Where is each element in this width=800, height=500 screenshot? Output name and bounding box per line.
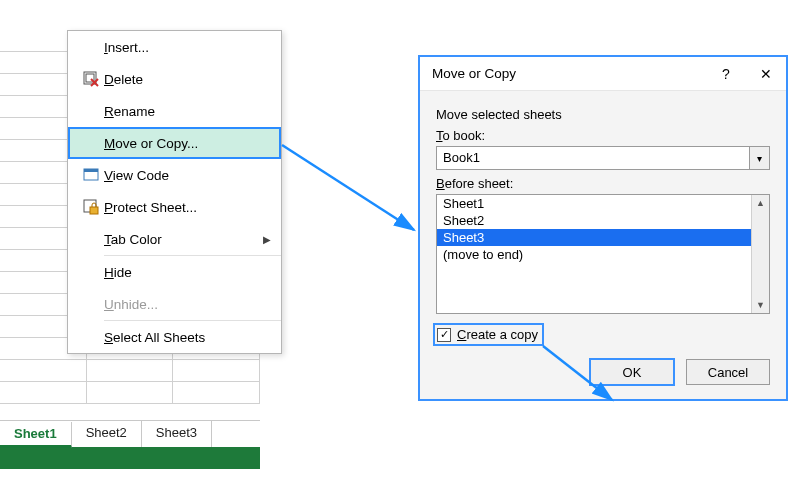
dialog-title: Move or Copy [432, 66, 706, 81]
menu-item-view-code[interactable]: View Code [68, 159, 281, 191]
menu-item-hide[interactable]: Hide [68, 256, 281, 288]
list-item[interactable]: Sheet3 [437, 229, 751, 246]
svg-line-8 [282, 145, 414, 230]
move-selected-label: Move selected sheets [436, 107, 770, 122]
move-or-copy-dialog: Move or Copy ? ✕ Move selected sheets To… [418, 55, 788, 401]
to-book-combo[interactable]: Book1 ▾ [436, 146, 770, 170]
cancel-button[interactable]: Cancel [686, 359, 770, 385]
sheet-tab-strip: Sheet1 Sheet2 Sheet3 [0, 420, 260, 469]
sheet-tab-context-menu: Insert... Delete Rename Move or Copy... … [67, 30, 282, 354]
menu-item-label: Tab Color [104, 232, 162, 247]
before-sheet-listbox[interactable]: Sheet1Sheet2Sheet3(move to end) ▲ ▼ [436, 194, 770, 314]
close-button[interactable]: ✕ [746, 57, 786, 91]
create-a-copy-label: Create a copy [457, 327, 538, 342]
menu-item-tab-color[interactable]: Tab Color ▶ [68, 223, 281, 255]
list-item[interactable]: Sheet2 [437, 212, 751, 229]
sheet-tab-3[interactable]: Sheet3 [142, 421, 212, 447]
list-item[interactable]: (move to end) [437, 246, 751, 263]
help-button[interactable]: ? [706, 57, 746, 91]
sheet-tab-1[interactable]: Sheet1 [0, 422, 72, 448]
menu-item-label: View Code [104, 168, 169, 183]
menu-item-label: Protect Sheet... [104, 200, 197, 215]
list-item[interactable]: Sheet1 [437, 195, 751, 212]
listbox-scrollbar[interactable]: ▲ ▼ [751, 195, 769, 313]
dialog-titlebar[interactable]: Move or Copy ? ✕ [420, 57, 786, 91]
menu-item-label: Unhide... [104, 297, 158, 312]
svg-rect-5 [84, 169, 98, 172]
menu-item-label: Rename [104, 104, 155, 119]
status-bar [0, 447, 260, 469]
ok-button[interactable]: OK [590, 359, 674, 385]
menu-item-label: Insert... [104, 40, 149, 55]
svg-rect-7 [90, 207, 98, 214]
to-book-value: Book1 [437, 147, 749, 169]
delete-sheet-icon [78, 71, 104, 87]
menu-item-delete[interactable]: Delete [68, 63, 281, 95]
menu-item-select-all-sheets[interactable]: Select All Sheets [68, 321, 281, 353]
menu-item-label: Move or Copy... [104, 136, 198, 151]
menu-item-protect-sheet[interactable]: Protect Sheet... [68, 191, 281, 223]
menu-item-label: Select All Sheets [104, 330, 205, 345]
menu-item-rename[interactable]: Rename [68, 95, 281, 127]
checkbox-icon: ✓ [437, 328, 451, 342]
menu-item-insert[interactable]: Insert... [68, 31, 281, 63]
scroll-down-icon[interactable]: ▼ [752, 297, 769, 313]
menu-item-label: Delete [104, 72, 143, 87]
before-sheet-label: Before sheet: [436, 176, 770, 191]
chevron-right-icon: ▶ [263, 234, 271, 245]
create-a-copy-checkbox[interactable]: ✓ Create a copy [436, 326, 541, 343]
chevron-down-icon[interactable]: ▾ [749, 147, 769, 169]
view-code-icon [78, 167, 104, 183]
protect-sheet-icon [78, 199, 104, 215]
to-book-label: To book: [436, 128, 770, 143]
scroll-up-icon[interactable]: ▲ [752, 195, 769, 211]
menu-item-move-or-copy[interactable]: Move or Copy... [68, 127, 281, 159]
menu-item-unhide: Unhide... [68, 288, 281, 320]
sheet-tab-2[interactable]: Sheet2 [72, 421, 142, 447]
menu-item-label: Hide [104, 265, 132, 280]
